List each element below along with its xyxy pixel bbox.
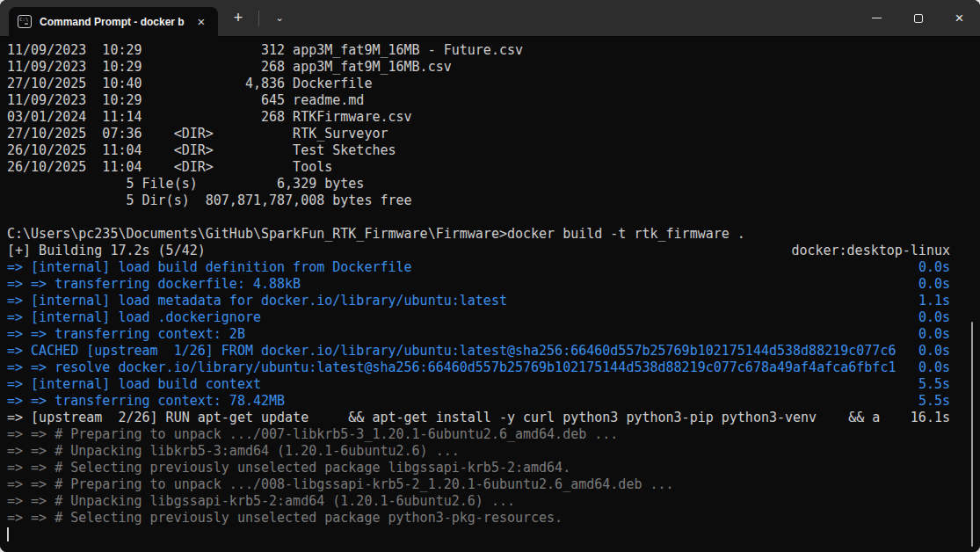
tab-close-icon[interactable]: × [193,14,209,30]
terminal-line: => => transferring context: 78.42MB 5.5s [7,393,950,410]
terminal-line: => => resolve docker.io/library/ubuntu:l… [7,360,950,376]
terminal-line: 5 File(s) 6,329 bytes [7,176,950,192]
terminal-line: => => # Preparing to unpack .../008-libg… [7,476,950,493]
terminal-line: => [internal] load build definition from… [7,259,950,276]
minimize-button[interactable] [856,0,897,36]
minimize-icon [872,18,882,18]
close-button[interactable]: × [939,0,980,36]
terminal-line: => [internal] load build context 5.5s [7,376,950,393]
terminal-line: => => # Selecting previously unselected … [7,510,950,527]
terminal-line: => [internal] load metadata for docker.i… [7,293,950,309]
maximize-icon [914,14,923,23]
terminal-line: => => # Preparing to unpack .../007-libk… [7,426,950,443]
tab-dropdown-button[interactable]: ⌄ [266,7,293,30]
terminal-line: 11/09/2023 10:29 312 app3M_fat9M_16MB - … [7,42,950,59]
terminal-line: => => transferring context: 2B 0.0s [7,326,950,343]
terminal-line: 26/10/2025 11:04 <DIR> Test Sketches [7,142,950,159]
terminal-line: 27/10/2025 10:40 4,836 Dockerfile [7,76,950,92]
terminal-line: => => # Unpacking libgssapi-krb5-2:amd64… [7,493,950,510]
terminal-output[interactable]: 11/09/2023 10:29 312 app3M_fat9M_16MB - … [0,36,980,552]
new-tab-button[interactable]: + [225,7,251,30]
svg-text:C:\: C:\ [19,17,28,22]
titlebar-divider [258,11,259,26]
terminal-line: 11/09/2023 10:29 645 readme.md [7,92,950,109]
close-icon: × [955,11,964,25]
terminal-line: 27/10/2025 07:36 <DIR> RTK_Surveyor [7,126,950,142]
terminal-line: => [internal] load .dockerignore 0.0s [7,309,950,326]
terminal-line: 5 Dir(s) 807,871,787,008 bytes free [7,192,950,209]
tab-command-prompt[interactable]: C:\ Command Prompt - docker b × [9,7,218,36]
terminal-line: => => # Selecting previously unselected … [7,460,950,476]
terminal-line: => => # Unpacking libkrb5-3:amd64 (1.20.… [7,443,950,460]
terminal-line: => => transferring dockerfile: 4.88kB 0.… [7,276,950,293]
terminal-line: C:\Users\pc235\Documents\GitHub\SparkFun… [7,226,950,243]
terminal-line: [+] Building 17.2s (5/42) docker:desktop… [7,243,950,259]
terminal-window: C:\ Command Prompt - docker b × + ⌄ × 11… [0,0,980,552]
terminal-cursor [7,527,9,541]
terminal-line [7,527,950,543]
titlebar[interactable]: C:\ Command Prompt - docker b × + ⌄ × [0,0,980,36]
tab-title: Command Prompt - docker b [40,16,185,28]
terminal-line: 03/01/2024 11:14 268 RTKFirmware.csv [7,109,950,126]
command-prompt-icon: C:\ [18,15,32,28]
terminal-line: 26/10/2025 11:04 <DIR> Tools [7,159,950,176]
maximize-button[interactable] [897,0,939,36]
vertical-scrollbar[interactable] [971,322,973,547]
terminal-line [7,209,950,226]
terminal-line: 11/09/2023 10:29 268 app3M_fat9M_16MB.cs… [7,59,950,76]
terminal-line: => CACHED [upstream 1/26] FROM docker.io… [7,343,950,360]
window-controls: × [856,0,980,36]
terminal-line: => [upstream 2/26] RUN apt-get update &&… [7,410,950,426]
